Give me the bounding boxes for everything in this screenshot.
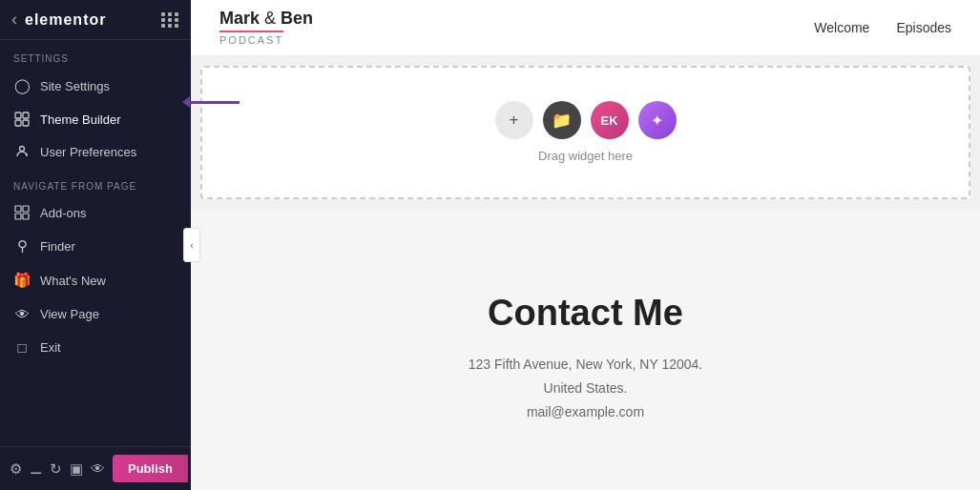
svg-rect-2 — [15, 120, 21, 126]
grid-menu-icon[interactable] — [161, 12, 179, 28]
globe-icon: ◯ — [13, 77, 31, 94]
svg-rect-3 — [23, 120, 29, 126]
notes-icon[interactable]: ▣ — [70, 460, 83, 478]
navigate-section-label: NAVIGATE FROM PAGE — [0, 168, 191, 196]
add-widget-icon[interactable]: + — [495, 101, 533, 139]
drop-zone-icons: + 📁 EK ✦ — [495, 101, 677, 139]
svg-rect-6 — [15, 206, 21, 212]
folder-icon[interactable]: 📁 — [543, 101, 581, 139]
svg-rect-9 — [23, 214, 29, 219]
nav-links: Welcome Episodes — [814, 20, 951, 35]
sidebar-item-add-ons[interactable]: Add-ons — [0, 196, 191, 229]
search-icon: ⚲ — [13, 237, 31, 255]
brand-subtitle: Podcast — [219, 31, 283, 46]
eye-icon: 👁 — [13, 306, 31, 322]
nav-link-episodes[interactable]: Episodes — [896, 20, 951, 35]
brand-name: Mark & Ben — [219, 10, 313, 29]
drag-widget-text: Drag widget here — [538, 149, 633, 163]
site-settings-label: Site Settings — [40, 79, 110, 93]
history-icon[interactable]: ↻ — [50, 460, 62, 478]
editor-canvas: + 📁 EK ✦ Drag widget here Contact Me 123… — [191, 56, 980, 490]
top-navigation: Mark & Ben Podcast Welcome Episodes — [191, 0, 980, 56]
exit-label: Exit — [40, 340, 61, 355]
sparkle-icon[interactable]: ✦ — [638, 101, 677, 139]
svg-rect-8 — [15, 214, 21, 219]
svg-rect-0 — [15, 112, 21, 118]
address-line2: United States. — [469, 377, 702, 400]
layers-icon[interactable]: ⚊ — [30, 460, 42, 478]
theme-builder-label: Theme Builder — [40, 112, 121, 127]
sidebar-item-whats-new[interactable]: 🎁 What's New — [0, 263, 191, 297]
brand-logo: Mark & Ben Podcast — [219, 10, 313, 46]
contact-email: mail@example.com — [469, 400, 702, 424]
sidebar-bottom-bar: ⚙ ⚊ ↻ ▣ 👁 Publish ▲ — [0, 446, 191, 490]
add-ons-label: Add-ons — [40, 206, 86, 220]
widget-drop-zone[interactable]: + 📁 EK ✦ Drag widget here — [200, 66, 970, 199]
ek-icon[interactable]: EK — [591, 101, 629, 139]
view-page-label: View Page — [40, 307, 99, 321]
svg-rect-1 — [23, 112, 29, 118]
preview-icon[interactable]: 👁 — [91, 460, 105, 477]
sidebar-item-site-settings[interactable]: ◯ Site Settings — [0, 69, 191, 103]
exit-icon: □ — [13, 339, 31, 356]
address-line1: 123 Fifth Avenue, New York, NY 12004. — [469, 353, 702, 377]
addons-icon — [13, 205, 31, 220]
publish-button[interactable]: Publish — [113, 455, 188, 482]
sidebar-item-view-page[interactable]: 👁 View Page — [0, 297, 191, 331]
svg-point-4 — [20, 147, 25, 152]
theme-builder-icon — [13, 112, 31, 127]
svg-point-5 — [26, 153, 28, 155]
user-prefs-icon — [13, 144, 31, 159]
svg-rect-7 — [23, 206, 29, 212]
main-content: Mark & Ben Podcast Welcome Episodes + 📁 … — [191, 0, 980, 490]
sidebar-item-user-preferences[interactable]: User Preferences — [0, 135, 191, 168]
sidebar: ‹ elementor SETTINGS ◯ Site Settings The… — [0, 0, 191, 490]
contact-section: Contact Me 123 Fifth Avenue, New York, N… — [191, 209, 980, 490]
settings-section-label: SETTINGS — [0, 40, 191, 69]
sidebar-header: ‹ elementor — [0, 0, 191, 40]
sidebar-item-theme-builder[interactable]: Theme Builder — [0, 103, 191, 135]
contact-address: 123 Fifth Avenue, New York, NY 12004. Un… — [469, 353, 702, 425]
nav-link-welcome[interactable]: Welcome — [814, 20, 869, 35]
finder-label: Finder — [40, 239, 75, 254]
sidebar-title: elementor — [25, 11, 106, 29]
sidebar-item-finder[interactable]: ⚲ Finder — [0, 229, 191, 263]
whats-new-label: What's New — [40, 274, 106, 288]
settings-gear-icon[interactable]: ⚙ — [10, 460, 22, 478]
gift-icon: 🎁 — [13, 272, 31, 289]
sidebar-collapse-toggle[interactable]: ‹ — [183, 228, 200, 262]
contact-title: Contact Me — [488, 293, 683, 334]
user-preferences-label: User Preferences — [40, 145, 136, 159]
sidebar-item-exit[interactable]: □ Exit — [0, 331, 191, 364]
back-icon[interactable]: ‹ — [11, 10, 17, 30]
